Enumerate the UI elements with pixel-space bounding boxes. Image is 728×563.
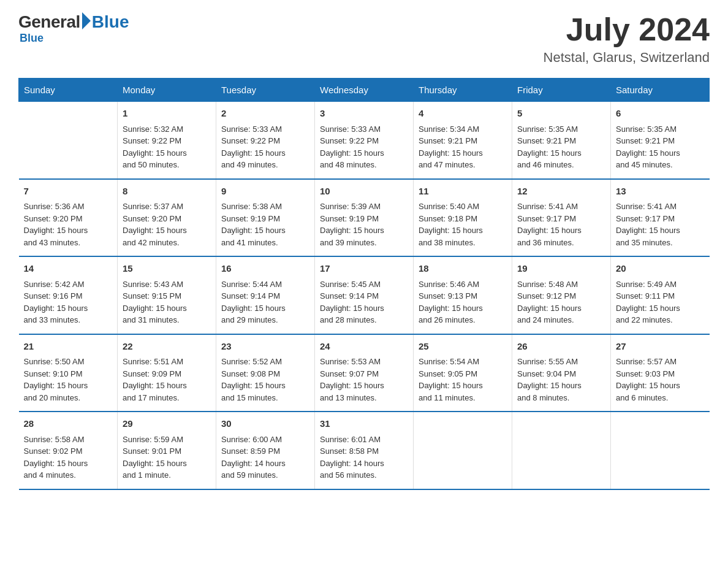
header-thursday: Thursday: [414, 79, 512, 102]
day-number: 15: [123, 262, 211, 276]
calendar-cell: 1Sunrise: 5:32 AM Sunset: 9:22 PM Daylig…: [118, 102, 216, 179]
day-info: Sunrise: 5:38 AM Sunset: 9:19 PM Dayligh…: [221, 201, 309, 248]
calendar-cell: 22Sunrise: 5:51 AM Sunset: 9:09 PM Dayli…: [118, 334, 216, 412]
calendar-cell: 3Sunrise: 5:33 AM Sunset: 9:22 PM Daylig…: [315, 102, 414, 179]
calendar-cell: [19, 102, 118, 179]
calendar-cell: 19Sunrise: 5:48 AM Sunset: 9:12 PM Dayli…: [512, 256, 611, 334]
day-number: 10: [320, 185, 408, 199]
calendar-cell: 29Sunrise: 5:59 AM Sunset: 9:01 PM Dayli…: [118, 412, 216, 489]
day-number: 4: [419, 107, 507, 121]
day-info: Sunrise: 5:42 AM Sunset: 9:16 PM Dayligh…: [24, 278, 113, 326]
header-row: SundayMondayTuesdayWednesdayThursdayFrid…: [19, 79, 710, 102]
day-info: Sunrise: 5:40 AM Sunset: 9:18 PM Dayligh…: [419, 201, 507, 248]
day-number: 22: [123, 340, 211, 354]
day-info: Sunrise: 5:50 AM Sunset: 9:10 PM Dayligh…: [24, 356, 113, 404]
calendar-cell: 5Sunrise: 5:35 AM Sunset: 9:21 PM Daylig…: [512, 102, 611, 179]
calendar-cell: 23Sunrise: 5:52 AM Sunset: 9:08 PM Dayli…: [216, 334, 315, 412]
day-info: Sunrise: 5:37 AM Sunset: 9:20 PM Dayligh…: [123, 201, 211, 248]
calendar-cell: 15Sunrise: 5:43 AM Sunset: 9:15 PM Dayli…: [118, 256, 216, 334]
calendar-cell: [512, 412, 611, 489]
day-info: Sunrise: 5:34 AM Sunset: 9:21 PM Dayligh…: [419, 123, 507, 171]
day-info: Sunrise: 5:35 AM Sunset: 9:21 PM Dayligh…: [616, 123, 705, 171]
day-info: Sunrise: 5:39 AM Sunset: 9:19 PM Dayligh…: [320, 201, 408, 248]
calendar-cell: 4Sunrise: 5:34 AM Sunset: 9:21 PM Daylig…: [414, 102, 512, 179]
day-info: Sunrise: 5:33 AM Sunset: 9:22 PM Dayligh…: [320, 123, 408, 171]
calendar-table: SundayMondayTuesdayWednesdayThursdayFrid…: [18, 78, 710, 490]
day-number: 12: [517, 185, 605, 199]
day-number: 13: [616, 185, 705, 199]
day-info: Sunrise: 5:32 AM Sunset: 9:22 PM Dayligh…: [123, 123, 211, 171]
calendar-cell: 13Sunrise: 5:41 AM Sunset: 9:17 PM Dayli…: [611, 179, 710, 257]
day-number: 8: [123, 185, 211, 199]
header-wednesday: Wednesday: [315, 79, 414, 102]
calendar-cell: 24Sunrise: 5:53 AM Sunset: 9:07 PM Dayli…: [315, 334, 414, 412]
day-number: 19: [517, 262, 605, 276]
day-number: 28: [24, 417, 113, 431]
calendar-cell: 9Sunrise: 5:38 AM Sunset: 9:19 PM Daylig…: [216, 179, 315, 257]
calendar-cell: [611, 412, 710, 489]
day-number: 6: [616, 107, 705, 121]
day-info: Sunrise: 5:41 AM Sunset: 9:17 PM Dayligh…: [517, 201, 605, 248]
day-number: 26: [517, 340, 605, 354]
week-row-5: 28Sunrise: 5:58 AM Sunset: 9:02 PM Dayli…: [19, 412, 710, 489]
calendar-cell: 26Sunrise: 5:55 AM Sunset: 9:04 PM Dayli…: [512, 334, 611, 412]
day-info: Sunrise: 6:00 AM Sunset: 8:59 PM Dayligh…: [221, 434, 309, 481]
calendar-cell: 2Sunrise: 5:33 AM Sunset: 9:22 PM Daylig…: [216, 102, 315, 179]
day-info: Sunrise: 5:44 AM Sunset: 9:14 PM Dayligh…: [221, 278, 309, 326]
day-number: 30: [221, 417, 309, 431]
month-year-title: July 2024: [544, 12, 710, 47]
day-info: Sunrise: 5:43 AM Sunset: 9:15 PM Dayligh…: [123, 278, 211, 326]
day-info: Sunrise: 5:52 AM Sunset: 9:08 PM Dayligh…: [221, 356, 309, 404]
day-info: Sunrise: 5:55 AM Sunset: 9:04 PM Dayligh…: [517, 356, 605, 404]
calendar-cell: 16Sunrise: 5:44 AM Sunset: 9:14 PM Dayli…: [216, 256, 315, 334]
day-number: 14: [24, 262, 113, 276]
day-number: 1: [123, 107, 211, 121]
day-info: Sunrise: 5:54 AM Sunset: 9:05 PM Dayligh…: [419, 356, 507, 404]
logo: General Blue Blue: [18, 12, 129, 45]
day-number: 27: [616, 340, 705, 354]
calendar-cell: 18Sunrise: 5:46 AM Sunset: 9:13 PM Dayli…: [414, 256, 512, 334]
day-number: 20: [616, 262, 705, 276]
day-number: 25: [419, 340, 507, 354]
day-info: Sunrise: 6:01 AM Sunset: 8:58 PM Dayligh…: [320, 434, 408, 481]
header-monday: Monday: [118, 79, 216, 102]
logo-bottom-text: Blue: [20, 32, 44, 45]
day-info: Sunrise: 5:36 AM Sunset: 9:20 PM Dayligh…: [24, 201, 113, 248]
day-info: Sunrise: 5:33 AM Sunset: 9:22 PM Dayligh…: [221, 123, 309, 171]
logo-triangle-icon: [82, 12, 91, 29]
calendar-cell: 17Sunrise: 5:45 AM Sunset: 9:14 PM Dayli…: [315, 256, 414, 334]
page-header: General Blue Blue July 2024 Netstal, Gla…: [18, 12, 710, 66]
logo-general-text: General: [18, 12, 80, 32]
calendar-cell: 12Sunrise: 5:41 AM Sunset: 9:17 PM Dayli…: [512, 179, 611, 257]
calendar-cell: 7Sunrise: 5:36 AM Sunset: 9:20 PM Daylig…: [19, 179, 118, 257]
header-sunday: Sunday: [19, 79, 118, 102]
day-number: 3: [320, 107, 408, 121]
day-number: 24: [320, 340, 408, 354]
day-number: 9: [221, 185, 309, 199]
day-number: 17: [320, 262, 408, 276]
calendar-cell: 8Sunrise: 5:37 AM Sunset: 9:20 PM Daylig…: [118, 179, 216, 257]
day-number: 2: [221, 107, 309, 121]
day-number: 16: [221, 262, 309, 276]
calendar-cell: 30Sunrise: 6:00 AM Sunset: 8:59 PM Dayli…: [216, 412, 315, 489]
week-row-1: 1Sunrise: 5:32 AM Sunset: 9:22 PM Daylig…: [19, 102, 710, 179]
calendar-cell: 28Sunrise: 5:58 AM Sunset: 9:02 PM Dayli…: [19, 412, 118, 489]
day-number: 7: [24, 185, 113, 199]
day-number: 11: [419, 185, 507, 199]
location-subtitle: Netstal, Glarus, Switzerland: [544, 50, 710, 66]
day-info: Sunrise: 5:49 AM Sunset: 9:11 PM Dayligh…: [616, 278, 705, 326]
day-info: Sunrise: 5:45 AM Sunset: 9:14 PM Dayligh…: [320, 278, 408, 326]
calendar-cell: 27Sunrise: 5:57 AM Sunset: 9:03 PM Dayli…: [611, 334, 710, 412]
calendar-cell: [414, 412, 512, 489]
day-info: Sunrise: 5:51 AM Sunset: 9:09 PM Dayligh…: [123, 356, 211, 404]
calendar-cell: 10Sunrise: 5:39 AM Sunset: 9:19 PM Dayli…: [315, 179, 414, 257]
day-info: Sunrise: 5:58 AM Sunset: 9:02 PM Dayligh…: [24, 434, 113, 481]
header-saturday: Saturday: [611, 79, 710, 102]
calendar-body: 1Sunrise: 5:32 AM Sunset: 9:22 PM Daylig…: [19, 102, 710, 489]
week-row-4: 21Sunrise: 5:50 AM Sunset: 9:10 PM Dayli…: [19, 334, 710, 412]
calendar-cell: 20Sunrise: 5:49 AM Sunset: 9:11 PM Dayli…: [611, 256, 710, 334]
header-tuesday: Tuesday: [216, 79, 315, 102]
week-row-2: 7Sunrise: 5:36 AM Sunset: 9:20 PM Daylig…: [19, 179, 710, 257]
day-info: Sunrise: 5:35 AM Sunset: 9:21 PM Dayligh…: [517, 123, 605, 171]
day-number: 18: [419, 262, 507, 276]
